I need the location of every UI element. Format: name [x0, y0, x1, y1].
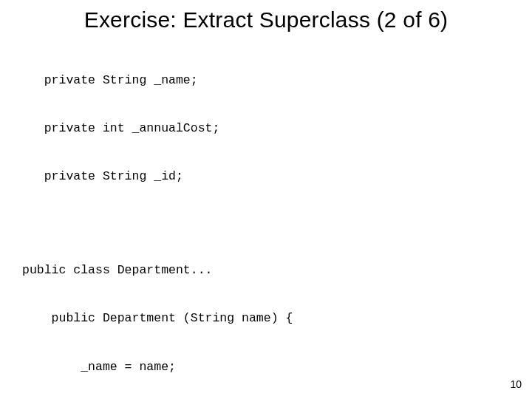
field-declarations: private String _name; private int _annua…: [0, 40, 532, 216]
code-line: _name = name;: [22, 359, 532, 375]
page-number: 10: [510, 378, 522, 390]
code-line: private String _name;: [22, 72, 532, 89]
code-line: public class Department...: [22, 262, 532, 279]
code-line: public Department (String name) {: [22, 310, 532, 327]
slide: Exercise: Extract Superclass (2 of 6) pr…: [0, 0, 532, 399]
code-line: private String _id;: [22, 168, 532, 185]
code-line: private int _annualCost;: [22, 120, 532, 137]
class-definition: public class Department... public Depart…: [0, 230, 532, 399]
slide-title: Exercise: Extract Superclass (2 of 6): [0, 0, 532, 37]
